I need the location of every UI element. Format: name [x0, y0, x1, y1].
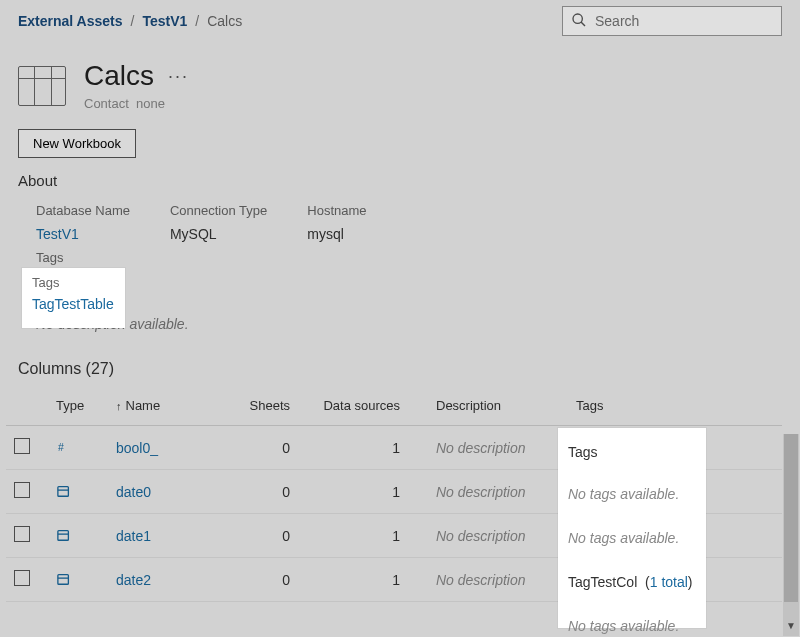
col-name-header[interactable]: ↑Name	[108, 386, 228, 426]
scroll-down-icon[interactable]: ▼	[783, 620, 799, 636]
breadcrumb-sep: /	[131, 13, 135, 29]
contact-label: Contact	[84, 96, 129, 111]
col-datasources-header[interactable]: Data sources	[298, 386, 408, 426]
description-cell: No description	[408, 426, 568, 470]
description-label: Description	[36, 295, 764, 310]
columns-heading: Columns (27)	[0, 336, 800, 386]
svg-line-1	[581, 22, 585, 26]
date-type-icon	[56, 483, 72, 499]
connection-type-value: MySQL	[170, 226, 267, 242]
row-checkbox[interactable]	[14, 438, 30, 454]
description-cell: No description	[408, 470, 568, 514]
datasource-icon	[18, 66, 66, 106]
hostname-label: Hostname	[307, 203, 366, 218]
more-actions-button[interactable]: ···	[168, 66, 189, 87]
table-row: # bool0_ 0 1 No description No tags avai…	[6, 426, 782, 470]
hostname-value: mysql	[307, 226, 366, 242]
row-checkbox[interactable]	[14, 570, 30, 586]
number-type-icon: #	[56, 439, 72, 455]
datasources-cell: 1	[298, 426, 408, 470]
table-row: date1 0 1 No description TagTestCol (1 t…	[6, 514, 782, 558]
sheets-cell: 0	[228, 514, 298, 558]
datasources-cell: 1	[298, 514, 408, 558]
tags-cell: No tags available.	[568, 426, 782, 470]
new-workbook-button[interactable]: New Workbook	[18, 129, 136, 158]
col-sheets-header[interactable]: Sheets	[228, 386, 298, 426]
svg-text:#: #	[58, 440, 64, 452]
tags-value[interactable]: TagTestTable	[36, 271, 764, 287]
about-heading: About	[0, 166, 800, 195]
date-type-icon	[56, 527, 72, 543]
connection-type-label: Connection Type	[170, 203, 267, 218]
description-cell: No description	[408, 558, 568, 602]
sort-asc-icon: ↑	[116, 400, 122, 412]
database-name-label: Database Name	[36, 203, 130, 218]
contact-line: Contact none	[84, 96, 189, 111]
column-name-link[interactable]: date2	[116, 572, 151, 588]
svg-rect-7	[58, 574, 69, 584]
search-icon	[571, 12, 587, 31]
breadcrumb-root[interactable]: External Assets	[18, 13, 123, 29]
column-name-link[interactable]: date1	[116, 528, 151, 544]
tags-cell: TagTestCol (1 total)	[568, 514, 782, 558]
col-type-header[interactable]: Type	[48, 386, 108, 426]
row-checkbox[interactable]	[14, 482, 30, 498]
search-box[interactable]	[562, 6, 782, 36]
scroll-thumb[interactable]	[784, 434, 798, 602]
columns-table: Type ↑Name Sheets Data sources Descripti…	[0, 386, 800, 602]
datasources-cell: 1	[298, 558, 408, 602]
table-row: date2 0 1 No description No tags availab…	[6, 558, 782, 602]
tags-cell: No tags available.	[568, 558, 782, 602]
row-checkbox[interactable]	[14, 526, 30, 542]
breadcrumb-parent[interactable]: TestV1	[142, 13, 187, 29]
svg-rect-3	[58, 486, 69, 496]
sheets-cell: 0	[228, 426, 298, 470]
database-name-value[interactable]: TestV1	[36, 226, 130, 242]
col-description-header[interactable]: Description	[408, 386, 568, 426]
sheets-cell: 0	[228, 470, 298, 514]
date-type-icon	[56, 571, 72, 587]
table-row: date0 0 1 No description No tags availab…	[6, 470, 782, 514]
column-name-link[interactable]: date0	[116, 484, 151, 500]
search-input[interactable]	[595, 13, 773, 29]
tags-label: Tags	[36, 250, 764, 265]
breadcrumb-sep: /	[195, 13, 199, 29]
breadcrumb-current: Calcs	[207, 13, 242, 29]
tags-cell: No tags available.	[568, 470, 782, 514]
description-cell: No description	[408, 514, 568, 558]
description-value: No description available.	[36, 316, 764, 332]
svg-rect-5	[58, 530, 69, 540]
page-title: Calcs	[84, 60, 154, 92]
datasources-cell: 1	[298, 470, 408, 514]
breadcrumb: External Assets / TestV1 / Calcs	[18, 13, 242, 29]
vertical-scrollbar[interactable]: ▲ ▼	[783, 434, 799, 636]
column-name-link[interactable]: bool0_	[116, 440, 158, 456]
contact-value: none	[136, 96, 165, 111]
svg-point-0	[573, 14, 582, 23]
sheets-cell: 0	[228, 558, 298, 602]
col-tags-header[interactable]: Tags	[568, 386, 782, 426]
